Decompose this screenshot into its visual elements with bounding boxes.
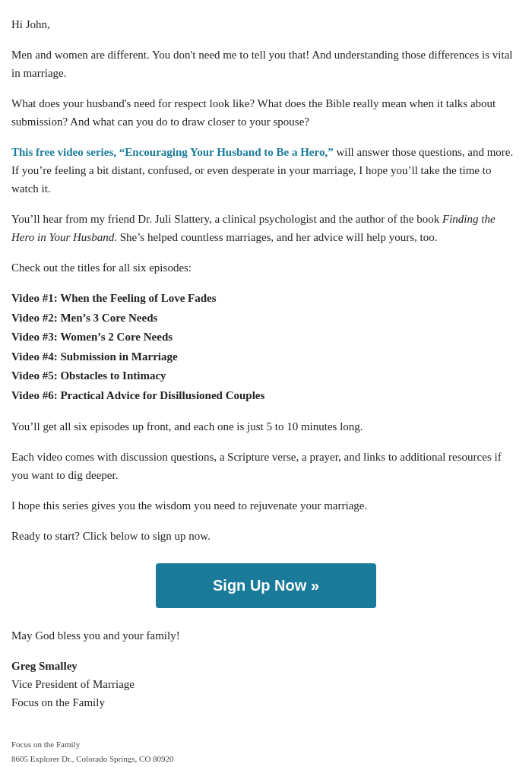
video-item-1: Video #1: When the Feeling of Love Fades — [11, 289, 521, 309]
paragraph-4: You’ll hear from my friend Dr. Juli Slat… — [11, 210, 521, 246]
paragraph-8: Ready to start? Click below to sign up n… — [11, 527, 521, 545]
god-bless: May God bless you and your family! — [11, 626, 521, 645]
signature-title-1: Vice President of Marriage — [11, 675, 521, 693]
signature-name: Greg Smalley — [11, 657, 521, 675]
paragraph-7: I hope this series gives you the wisdom … — [11, 496, 521, 515]
greeting: Hi John, — [11, 15, 521, 33]
footer: Focus on the Family 8605 Explorer Dr., C… — [11, 730, 521, 767]
check-out-text: Check out the titles for all six episode… — [11, 258, 521, 277]
video-list: Video #1: When the Feeling of Love Fades… — [11, 289, 521, 405]
paragraph-1: Men and women are different. You don't n… — [11, 46, 521, 82]
series-title-link[interactable]: This free video series, “Encouraging You… — [11, 146, 334, 158]
footer-street: 8605 Explorer Dr., Colorado Springs, CO … — [11, 754, 174, 763]
footer-address: Focus on the Family 8605 Explorer Dr., C… — [11, 737, 521, 767]
sign-up-button[interactable]: Sign Up Now » — [156, 563, 376, 608]
video-item-5: Video #5: Obstacles to Intimacy — [11, 366, 521, 386]
signature-title-2: Focus on the Family — [11, 693, 521, 712]
footer-org: Focus on the Family — [11, 740, 80, 749]
paragraph-2: What does your husband's need for respec… — [11, 94, 521, 131]
signature: Greg Smalley Vice President of Marriage … — [11, 657, 521, 712]
email-body: Hi John, Men and women are different. Yo… — [0, 0, 532, 767]
paragraph-3: This free video series, “Encouraging You… — [11, 143, 521, 198]
paragraph-4-start: You’ll hear from my friend Dr. Juli Slat… — [11, 213, 442, 225]
paragraph-5: You’ll get all six episodes up front, an… — [11, 417, 521, 436]
paragraph-6: Each video comes with discussion questio… — [11, 448, 521, 484]
video-item-3: Video #3: Women’s 2 Core Needs — [11, 328, 521, 347]
video-item-6: Video #6: Practical Advice for Disillusi… — [11, 386, 521, 406]
paragraph-4-end: . She’s helped countless marriages, and … — [114, 231, 437, 243]
video-item-2: Video #2: Men’s 3 Core Needs — [11, 309, 521, 328]
cta-container: Sign Up Now » — [11, 563, 521, 608]
video-item-4: Video #4: Submission in Marriage — [11, 347, 521, 367]
